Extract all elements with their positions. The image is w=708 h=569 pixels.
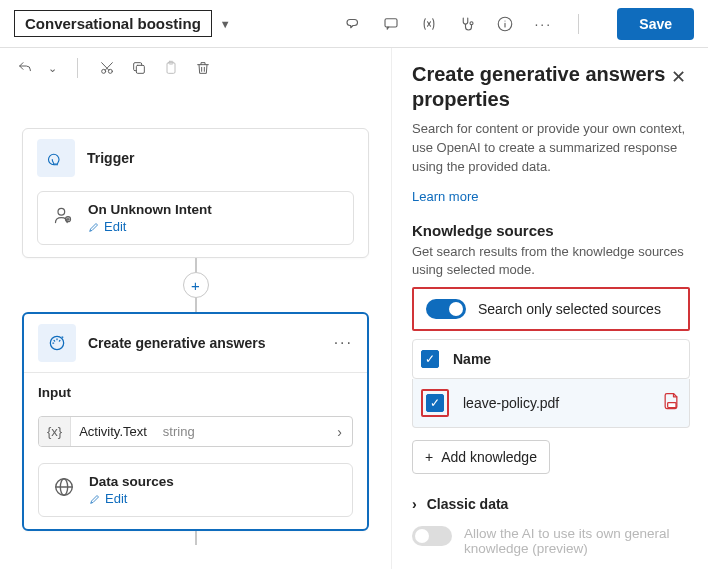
- trigger-icon: [37, 139, 75, 177]
- name-column-header: Name: [453, 351, 491, 367]
- input-value: Activity.Text: [71, 418, 155, 445]
- card-more-icon[interactable]: ···: [334, 334, 353, 352]
- divider: [77, 58, 78, 78]
- divider: [578, 14, 579, 34]
- generative-title: Create generative answers: [88, 335, 265, 351]
- ai-knowledge-row: Allow the AI to use its own general know…: [412, 526, 690, 556]
- input-label: Input: [38, 385, 353, 400]
- copilot-icon[interactable]: [344, 15, 362, 33]
- svg-rect-0: [385, 18, 397, 26]
- diagnostics-icon[interactable]: [458, 15, 476, 33]
- knowledge-sources-description: Get search results from the knowledge so…: [412, 243, 690, 279]
- trigger-card[interactable]: Trigger On Unknown Intent Edit: [22, 128, 369, 258]
- source-file-name: leave-policy.pdf: [463, 395, 559, 411]
- input-field[interactable]: {x} Activity.Text string ›: [38, 416, 353, 447]
- svg-point-8: [58, 208, 65, 215]
- close-icon[interactable]: ✕: [667, 62, 690, 92]
- knowledge-sources-heading: Knowledge sources: [412, 222, 690, 239]
- more-icon[interactable]: ···: [534, 15, 552, 33]
- person-icon: [50, 202, 76, 228]
- add-knowledge-button[interactable]: + Add knowledge: [412, 440, 550, 474]
- connector: [195, 531, 197, 545]
- panel-description: Search for content or provide your own c…: [412, 120, 690, 177]
- trigger-event[interactable]: On Unknown Intent Edit: [37, 191, 354, 245]
- save-button[interactable]: Save: [617, 8, 694, 40]
- search-selected-toggle[interactable]: [426, 299, 466, 319]
- expand-input-icon[interactable]: ›: [327, 424, 352, 440]
- ai-knowledge-label: Allow the AI to use its own general know…: [464, 526, 690, 556]
- add-node-button[interactable]: +: [183, 272, 209, 298]
- plus-icon: +: [425, 449, 433, 465]
- svg-rect-13: [668, 403, 676, 408]
- topic-selector[interactable]: Conversational boosting: [14, 10, 212, 37]
- edit-trigger-link[interactable]: Edit: [88, 219, 212, 234]
- topic-name: Conversational boosting: [25, 15, 201, 32]
- variable-icon[interactable]: [420, 15, 438, 33]
- input-type: string: [155, 418, 203, 445]
- data-sources-title: Data sources: [89, 474, 174, 489]
- trigger-event-title: On Unknown Intent: [88, 202, 212, 217]
- panel-title: Create generative answers properties: [412, 62, 667, 112]
- edit-data-sources-link[interactable]: Edit: [89, 491, 174, 506]
- learn-more-link[interactable]: Learn more: [412, 189, 478, 204]
- trigger-title: Trigger: [87, 150, 134, 166]
- pdf-icon: [661, 391, 681, 414]
- copy-icon[interactable]: [130, 59, 148, 77]
- chevron-down-icon[interactable]: ▼: [220, 18, 231, 30]
- source-checkbox[interactable]: ✓: [426, 394, 444, 412]
- variable-badge-icon: {x}: [39, 417, 71, 446]
- sources-header-row: ✓ Name: [412, 339, 690, 379]
- info-icon[interactable]: [496, 15, 514, 33]
- paste-icon: [162, 59, 180, 77]
- select-all-checkbox[interactable]: ✓: [421, 350, 439, 368]
- ai-knowledge-toggle: [412, 526, 452, 546]
- chevron-right-icon: ›: [412, 496, 417, 512]
- search-selected-toggle-row: Search only selected sources: [412, 287, 690, 331]
- authoring-canvas: ⌄ Trigger: [0, 48, 392, 569]
- data-sources-box[interactable]: Data sources Edit: [38, 463, 353, 517]
- classic-data-section[interactable]: › Classic data: [412, 496, 690, 512]
- globe-icon: [51, 474, 77, 500]
- source-row[interactable]: ✓ leave-policy.pdf: [412, 379, 690, 428]
- comment-icon[interactable]: [382, 15, 400, 33]
- svg-rect-5: [136, 65, 144, 73]
- properties-panel: Create generative answers properties ✕ S…: [392, 48, 708, 569]
- toggle-label: Search only selected sources: [478, 301, 661, 317]
- cut-icon[interactable]: [98, 59, 116, 77]
- classic-data-label: Classic data: [427, 496, 509, 512]
- undo-icon[interactable]: [16, 59, 34, 77]
- generative-answers-card[interactable]: Create generative answers ··· Input {x} …: [22, 312, 369, 531]
- delete-icon[interactable]: [194, 59, 212, 77]
- generative-icon: [38, 324, 76, 362]
- undo-chevron-icon[interactable]: ⌄: [48, 62, 57, 75]
- add-knowledge-label: Add knowledge: [441, 449, 537, 465]
- svg-point-1: [470, 21, 473, 24]
